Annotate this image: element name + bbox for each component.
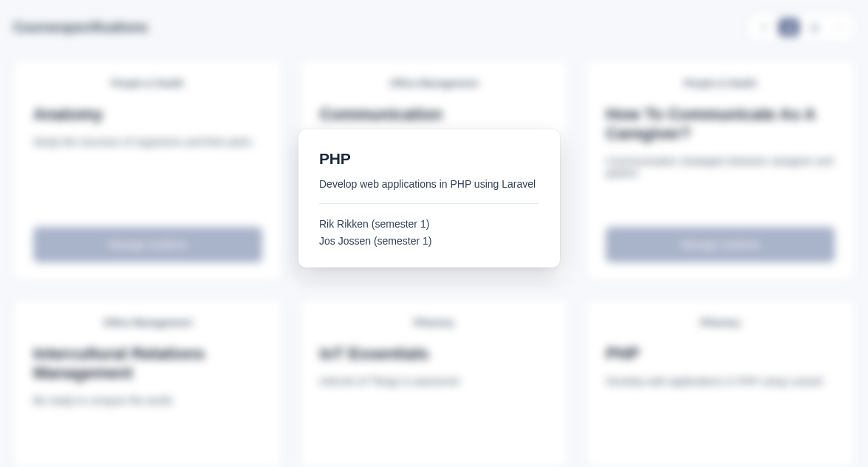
course-category: Office Management — [103, 317, 192, 328]
page-title: Coursespecifications — [13, 20, 148, 35]
course-title: How To Communicate As A Caregiver? — [606, 105, 835, 143]
list-icon[interactable]: ≡ — [753, 18, 774, 36]
view-toggle[interactable]: ≡ ▦ ▤ ⋯ — [748, 13, 855, 41]
course-description: Communication strategies between caregiv… — [606, 155, 835, 179]
popover-title: PHP — [319, 150, 539, 168]
course-card[interactable]: IFfactory IoT Essentials Internet of Thi… — [300, 299, 569, 467]
course-category: People & Health — [111, 78, 184, 89]
course-description: Internet of Things is awesome! — [320, 375, 549, 387]
popover-description: Develop web applications in PHP using La… — [319, 178, 539, 204]
course-title: Anatomy — [33, 105, 262, 124]
page-root: Coursespecifications ≡ ▦ ▤ ⋯ People & He… — [0, 0, 868, 467]
course-title: Communication — [320, 105, 549, 124]
course-category: People & Health — [684, 78, 757, 89]
course-card[interactable]: People & Health How To Communicate As A … — [586, 59, 855, 281]
course-card[interactable]: IFfactory PHP Develop web applications i… — [586, 299, 855, 467]
course-card[interactable]: Office Management Intercultural Relation… — [13, 299, 282, 467]
course-category: IFfactory — [414, 317, 454, 328]
course-title: PHP — [606, 344, 835, 364]
grid-icon[interactable]: ▦ — [779, 18, 799, 36]
more-icon[interactable]: ⋯ — [829, 18, 850, 36]
manage-students-button[interactable]: Manage students — [33, 227, 262, 262]
popover-person: Jos Jossen (semester 1) — [319, 233, 539, 250]
course-category: Office Management — [390, 78, 479, 89]
course-title: IoT Essentials — [320, 344, 549, 364]
course-title: Intercultural Relations Management — [33, 344, 262, 383]
manage-students-button[interactable]: Manage students — [606, 227, 835, 262]
course-detail-popover[interactable]: PHP Develop web applications in PHP usin… — [298, 129, 560, 267]
popover-person: Rik Rikken (semester 1) — [319, 216, 539, 233]
course-category: IFfactory — [700, 317, 741, 328]
course-card[interactable]: People & Health Anatomy Study the struct… — [13, 59, 282, 281]
header-bar: Coursespecifications ≡ ▦ ▤ ⋯ — [13, 13, 855, 41]
course-description: Study the structure of organisms and the… — [33, 136, 262, 148]
rows-icon[interactable]: ▤ — [804, 18, 824, 36]
course-description: Be ready to conquer the world. — [33, 395, 262, 406]
course-description: Develop web applications in PHP using La… — [606, 375, 835, 387]
